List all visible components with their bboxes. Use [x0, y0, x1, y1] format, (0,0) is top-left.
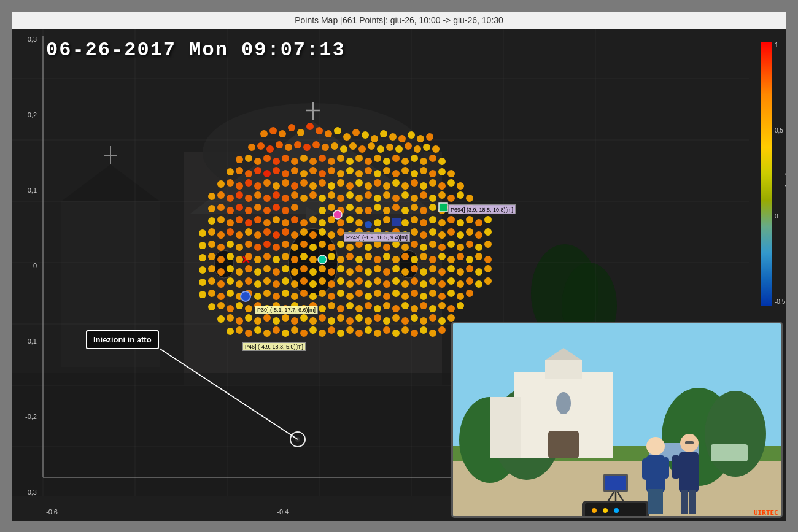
svg-point-536: [646, 437, 665, 455]
y-label-02: 0,2: [28, 111, 37, 118]
svg-point-522: [556, 392, 571, 414]
scale-label-05: 0,5: [775, 127, 780, 134]
scale-label-n05: -0,5: [775, 298, 780, 305]
x-label-n04: -0,4: [277, 508, 289, 515]
photo-inset: UIRTEC: [451, 322, 783, 518]
main-container: Points Map [661 Points]: giu-26, 10:00 -…: [12, 12, 786, 521]
p694-label: P694] (3.9, 18.5, 10.8)[m]: [448, 206, 516, 214]
svg-point-535: [614, 508, 619, 513]
svg-rect-13: [399, 250, 417, 278]
x-label-n06: -0,6: [46, 508, 58, 515]
svg-rect-525: [711, 444, 748, 461]
scale-labels: 1 0,5 0 -0,5: [775, 42, 780, 306]
chart-title: Points Map [661 Points]: giu-26, 10:00 -…: [295, 15, 503, 25]
svg-rect-547: [685, 441, 694, 444]
svg-rect-521: [490, 397, 521, 458]
svg-rect-523: [548, 431, 579, 458]
p30-label: P30] (-5.1, 17.7, 6.6)[m]: [255, 306, 318, 314]
scale-label-1: 1: [775, 42, 780, 48]
svg-rect-545: [689, 490, 696, 514]
y-label-01: 0,1: [28, 187, 37, 194]
scale-bar: [761, 42, 772, 306]
y-label-0: 0: [33, 262, 37, 269]
scale-label-0: 0: [775, 213, 780, 220]
title-bar: Points Map [661 Points]: giu-26, 10:00 -…: [12, 12, 786, 29]
y-label-n02: -0,2: [25, 413, 37, 420]
svg-rect-541: [663, 457, 669, 479]
annotation-bubble: Iniezioni in atto: [86, 330, 159, 349]
svg-point-517: [705, 391, 766, 477]
scale-unit-label: [mm]: [784, 172, 786, 186]
svg-rect-543: [679, 452, 699, 492]
chart-area: 06-26-2017 Mon 09:07:13: [12, 29, 786, 521]
photo-scene-svg: UIRTEC: [453, 323, 781, 516]
svg-text:UIRTEC: UIRTEC: [754, 509, 778, 516]
svg-point-533: [592, 508, 597, 513]
svg-rect-540: [642, 458, 648, 480]
svg-point-534: [603, 508, 608, 513]
svg-rect-538: [648, 489, 656, 514]
y-label-n01: -0,1: [25, 337, 37, 345]
svg-rect-544: [681, 490, 688, 514]
svg-rect-519: [545, 360, 582, 379]
svg-rect-539: [656, 489, 663, 514]
y-axis: 0,3 0,2 0,1 0 -0,1 -0,2 -0,3: [12, 29, 40, 503]
p249-label: P249] (-1.9, 18.5, 9.4)[m]: [344, 233, 410, 242]
timestamp: 06-26-2017 Mon 09:07:13: [46, 39, 346, 61]
svg-rect-530: [605, 476, 626, 490]
svg-rect-546: [672, 455, 680, 479]
annotation-text: Iniezioni in atto: [93, 335, 152, 344]
svg-rect-537: [646, 455, 665, 492]
svg-rect-12: [215, 250, 233, 278]
y-label-03: 0,3: [28, 36, 37, 43]
color-scale: 1 0,5 0 -0,5 [mm]: [761, 42, 780, 318]
y-label-n03: -0,3: [25, 488, 37, 496]
p46-label: P46] (-4.9, 18.3, 5.0)[m]: [242, 342, 306, 351]
